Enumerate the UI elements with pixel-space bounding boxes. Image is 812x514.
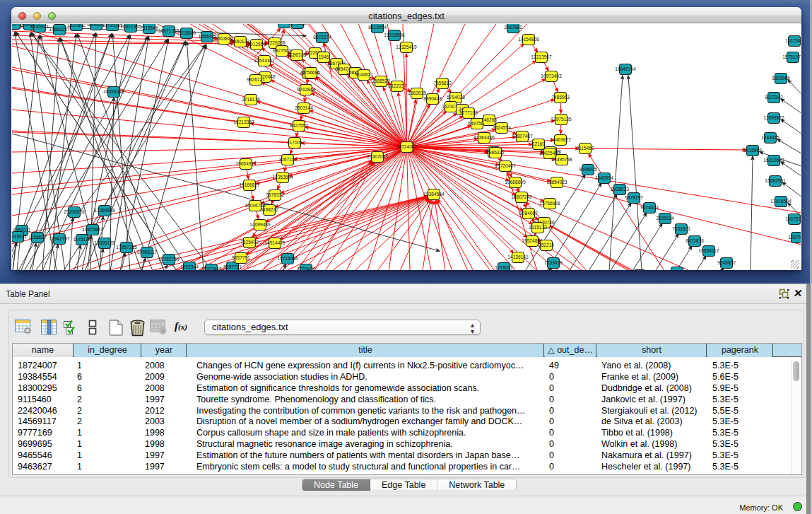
svg-text:10688609: 10688609 bbox=[505, 180, 526, 185]
svg-text:10973493: 10973493 bbox=[541, 74, 562, 78]
svg-text:13654923: 13654923 bbox=[546, 180, 567, 185]
svg-text:17957225: 17957225 bbox=[116, 245, 137, 250]
svg-text:7632621: 7632621 bbox=[672, 226, 690, 231]
svg-text:9657791: 9657791 bbox=[232, 255, 250, 260]
svg-text:8471676: 8471676 bbox=[686, 238, 704, 243]
svg-text:18807249: 18807249 bbox=[511, 194, 532, 199]
svg-text:9657791: 9657791 bbox=[223, 264, 242, 269]
svg-text:6794028: 6794028 bbox=[447, 95, 465, 100]
svg-text:9115460: 9115460 bbox=[576, 146, 594, 151]
svg-text:15716485: 15716485 bbox=[277, 256, 298, 261]
svg-text:9084067: 9084067 bbox=[519, 211, 538, 216]
svg-text:2718176: 2718176 bbox=[242, 97, 260, 102]
svg-text:746266: 746266 bbox=[481, 117, 497, 122]
svg-text:12325419: 12325419 bbox=[396, 45, 417, 49]
svg-text:7515546: 7515546 bbox=[177, 30, 196, 35]
svg-text:9245652: 9245652 bbox=[717, 260, 736, 265]
svg-text:3624554: 3624554 bbox=[493, 125, 511, 130]
svg-text:12213967: 12213967 bbox=[531, 54, 552, 59]
svg-text:10958117: 10958117 bbox=[137, 250, 158, 255]
svg-text:14914479: 14914479 bbox=[264, 240, 286, 245]
svg-text:9926121: 9926121 bbox=[247, 77, 265, 82]
svg-text:417008: 417008 bbox=[287, 140, 302, 145]
svg-text:19218506: 19218506 bbox=[384, 33, 405, 37]
svg-text:19654912: 19654912 bbox=[235, 161, 257, 166]
svg-text:14099489: 14099489 bbox=[249, 222, 271, 227]
svg-text:5322037: 5322037 bbox=[388, 83, 406, 88]
svg-text:1733426: 1733426 bbox=[544, 260, 563, 265]
svg-text:1065325: 1065325 bbox=[198, 34, 216, 39]
svg-text:4756685: 4756685 bbox=[302, 70, 320, 75]
svg-text:2087682: 2087682 bbox=[504, 25, 522, 30]
svg-text:10543362: 10543362 bbox=[254, 58, 275, 63]
svg-text:1167533: 1167533 bbox=[785, 216, 801, 221]
svg-text:7625402: 7625402 bbox=[240, 240, 259, 245]
svg-text:16210643: 16210643 bbox=[763, 158, 784, 163]
svg-text:8938923: 8938923 bbox=[611, 187, 629, 192]
svg-text:10975857: 10975857 bbox=[82, 227, 103, 232]
svg-text:6879197: 6879197 bbox=[625, 195, 643, 200]
svg-text:7986322: 7986322 bbox=[486, 150, 505, 155]
svg-text:8912954: 8912954 bbox=[247, 42, 266, 47]
svg-text:14495798: 14495798 bbox=[551, 157, 572, 162]
svg-text:17359928: 17359928 bbox=[94, 208, 115, 213]
svg-text:3267110: 3267110 bbox=[278, 157, 297, 162]
svg-text:18724007: 18724007 bbox=[396, 144, 418, 149]
svg-text:9696905: 9696905 bbox=[579, 167, 597, 172]
svg-text:19384554: 19384554 bbox=[423, 192, 445, 197]
svg-text:1292344: 1292344 bbox=[180, 264, 199, 269]
svg-text:12975135: 12975135 bbox=[551, 117, 572, 122]
svg-text:8186328: 8186328 bbox=[288, 52, 306, 57]
svg-text:12226058: 12226058 bbox=[264, 40, 286, 45]
svg-text:12505135: 12505135 bbox=[94, 240, 115, 245]
svg-text:2935114: 2935114 bbox=[656, 216, 674, 221]
svg-text:1512345: 1512345 bbox=[785, 38, 801, 43]
svg-text:8813054: 8813054 bbox=[368, 25, 387, 30]
svg-text:20206526: 20206526 bbox=[64, 209, 85, 214]
svg-text:9329966: 9329966 bbox=[772, 76, 790, 81]
svg-text:1362615: 1362615 bbox=[408, 90, 426, 95]
svg-text:10046786: 10046786 bbox=[245, 203, 266, 208]
svg-text:16671355: 16671355 bbox=[120, 24, 141, 29]
svg-text:10654112: 10654112 bbox=[699, 248, 719, 253]
svg-text:1684222: 1684222 bbox=[668, 269, 686, 270]
svg-text:19166827: 19166827 bbox=[239, 182, 260, 187]
svg-text:8427552: 8427552 bbox=[290, 123, 308, 128]
svg-text:7515546: 7515546 bbox=[140, 25, 158, 30]
svg-text:1216001: 1216001 bbox=[495, 265, 513, 270]
svg-text:5498222: 5498222 bbox=[260, 207, 278, 212]
svg-text:16648764: 16648764 bbox=[615, 66, 636, 71]
svg-text:3915911: 3915911 bbox=[12, 234, 27, 239]
svg-text:252214: 252214 bbox=[539, 243, 554, 247]
svg-text:62160: 62160 bbox=[532, 141, 546, 146]
svg-text:9242848: 9242848 bbox=[297, 87, 315, 92]
svg-text:7955812: 7955812 bbox=[433, 81, 452, 86]
svg-text:1640954: 1640954 bbox=[595, 175, 613, 180]
svg-text:8135001: 8135001 bbox=[30, 24, 49, 29]
svg-text:19463627: 19463627 bbox=[550, 137, 571, 142]
svg-text:15720407: 15720407 bbox=[495, 163, 516, 168]
svg-text:1546: 1546 bbox=[319, 54, 329, 59]
svg-text:15751074: 15751074 bbox=[782, 54, 801, 59]
svg-text:1733426: 1733426 bbox=[297, 267, 315, 270]
svg-text:28053346: 28053346 bbox=[103, 89, 124, 94]
svg-text:12353594: 12353594 bbox=[272, 175, 293, 180]
svg-text:7485063: 7485063 bbox=[551, 95, 570, 100]
svg-text:12942737: 12942737 bbox=[49, 236, 70, 241]
svg-text:21364436: 21364436 bbox=[473, 135, 495, 140]
svg-text:14136141: 14136141 bbox=[507, 255, 529, 259]
svg-text:1287534: 1287534 bbox=[788, 235, 801, 240]
svg-text:9777169: 9777169 bbox=[459, 110, 478, 115]
svg-text:3578332: 3578332 bbox=[266, 192, 284, 197]
svg-text:10807487: 10807487 bbox=[512, 134, 533, 139]
svg-text:9146822: 9146822 bbox=[288, 24, 307, 25]
svg-text:10154808: 10154808 bbox=[518, 37, 539, 42]
svg-text:10653257: 10653257 bbox=[49, 27, 70, 32]
svg-text:9227342: 9227342 bbox=[765, 95, 783, 100]
svg-text:16782759: 16782759 bbox=[158, 257, 180, 262]
svg-text:2803144: 2803144 bbox=[295, 105, 313, 110]
svg-text:9674444: 9674444 bbox=[640, 205, 659, 210]
svg-text:1615132: 1615132 bbox=[529, 225, 547, 230]
svg-text:17016504: 17016504 bbox=[770, 199, 792, 204]
svg-text:8990448: 8990448 bbox=[423, 96, 442, 101]
